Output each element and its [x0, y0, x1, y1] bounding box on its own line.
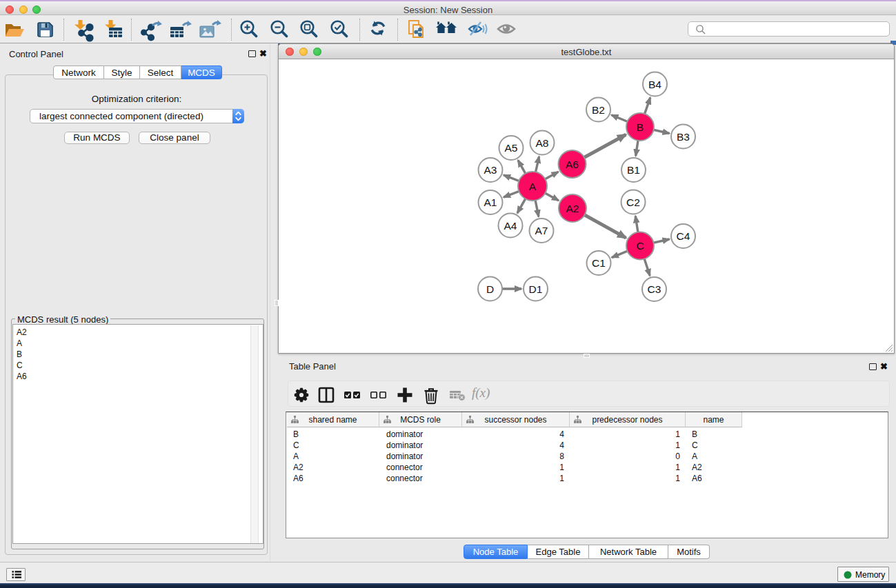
- svg-text:A1: A1: [484, 196, 497, 208]
- svg-text:A3: A3: [484, 164, 497, 176]
- svg-text:B2: B2: [592, 104, 605, 116]
- svg-text:B: B: [637, 121, 644, 133]
- svg-text:A6: A6: [566, 159, 579, 170]
- svg-text:A7: A7: [535, 225, 548, 236]
- svg-text:C3: C3: [648, 283, 661, 295]
- svg-text:B3: B3: [677, 131, 690, 143]
- svg-text:C4: C4: [677, 230, 690, 242]
- svg-text:C2: C2: [626, 196, 640, 208]
- svg-text:C: C: [636, 240, 644, 252]
- svg-text:D: D: [486, 283, 494, 295]
- svg-text:C1: C1: [592, 257, 606, 269]
- svg-text:A4: A4: [504, 220, 517, 232]
- svg-text:B1: B1: [627, 164, 640, 176]
- svg-text:D1: D1: [529, 283, 543, 295]
- svg-text:A5: A5: [505, 142, 518, 154]
- svg-text:B4: B4: [648, 79, 661, 90]
- svg-text:A2: A2: [566, 203, 579, 214]
- svg-text:A8: A8: [536, 137, 549, 149]
- svg-text:A: A: [529, 181, 537, 192]
